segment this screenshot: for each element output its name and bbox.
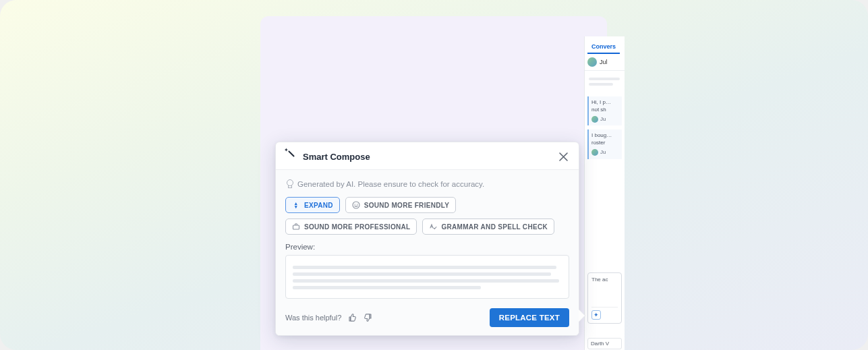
- conversation-user-row[interactable]: Jul: [585, 54, 625, 71]
- spellcheck-icon: [429, 223, 437, 231]
- user-footer-chip[interactable]: Darth V: [587, 338, 622, 349]
- smart-compose-popover: Smart Compose Generated by AI. Please en…: [275, 142, 579, 336]
- skeleton-line: [293, 286, 481, 289]
- conversation-message[interactable]: I boug… roster Ju: [587, 129, 622, 158]
- replace-text-button[interactable]: REPLACE TEXT: [490, 308, 569, 327]
- chip-label: SOUND MORE FRIENDLY: [364, 202, 449, 209]
- wand-icon: [285, 151, 296, 162]
- popover-body: Generated by AI. Please ensure to check …: [276, 170, 579, 335]
- avatar: [591, 149, 598, 156]
- helpful-prompt: Was this helpful?: [285, 312, 374, 323]
- helpful-text: Was this helpful?: [285, 314, 341, 322]
- chip-expand[interactable]: ▴▾ EXPAND: [285, 197, 340, 213]
- chip-professional[interactable]: SOUND MORE PROFESSIONAL: [285, 218, 417, 235]
- app-window: Convers Jul Hi, I p… not sh Ju I boug… r…: [260, 16, 607, 350]
- popover-footer: Was this helpful? REPLACE TEXT: [285, 308, 569, 327]
- lightbulb-icon: [285, 179, 293, 189]
- skeleton-line: [293, 266, 556, 269]
- chip-label: GRAMMAR AND SPELL CHECK: [441, 223, 547, 231]
- chip-friendly[interactable]: SOUND MORE FRIENDLY: [345, 197, 456, 213]
- tab-conversation[interactable]: Convers: [587, 39, 620, 54]
- chip-label: SOUND MORE PROFESSIONAL: [304, 223, 410, 231]
- chip-grammar[interactable]: GRAMMAR AND SPELL CHECK: [422, 218, 554, 235]
- close-icon: [559, 152, 568, 161]
- skeleton-line: [293, 272, 551, 276]
- thumbs-down-icon: [364, 313, 373, 322]
- reply-input-text: The ac: [591, 276, 608, 283]
- message-from: Ju: [600, 116, 606, 123]
- thumbs-up-button[interactable]: [347, 312, 357, 323]
- message-text: I boug… roster: [591, 132, 619, 147]
- popover-header: Smart Compose: [276, 142, 579, 170]
- preview-box: [285, 255, 569, 299]
- ai-info-text: Generated by AI. Please ensure to check …: [297, 180, 484, 188]
- svg-point-2: [357, 204, 357, 204]
- preview-label: Preview:: [285, 243, 569, 251]
- tone-chips: ▴▾ EXPAND SOUND MORE FRIENDLY: [285, 197, 569, 235]
- svg-point-0: [353, 202, 359, 208]
- conversation-panel: Convers Jul Hi, I p… not sh Ju I boug… r…: [584, 36, 625, 350]
- svg-rect-3: [293, 225, 299, 229]
- smile-icon: [352, 201, 360, 209]
- thumbs-up-icon: [347, 313, 357, 322]
- gradient-stage: Convers Jul Hi, I p… not sh Ju I boug… r…: [0, 0, 868, 350]
- close-button[interactable]: [557, 150, 569, 163]
- ai-compose-icon[interactable]: ✦: [591, 310, 601, 320]
- popover-title: Smart Compose: [303, 152, 370, 162]
- ai-info: Generated by AI. Please ensure to check …: [285, 179, 569, 189]
- svg-point-1: [354, 204, 355, 204]
- message-text: Hi, I p… not sh: [591, 99, 619, 114]
- briefcase-icon: [292, 223, 300, 231]
- expand-icon: ▴▾: [292, 201, 300, 209]
- conversation-skeleton: [585, 71, 625, 92]
- conversation-user-name: Jul: [600, 59, 608, 65]
- avatar: [587, 57, 597, 67]
- thumbs-down-button[interactable]: [363, 312, 374, 323]
- message-from: Ju: [600, 149, 606, 156]
- reply-input[interactable]: The ac ✦: [587, 272, 622, 324]
- conversation-message[interactable]: Hi, I p… not sh Ju: [587, 96, 622, 125]
- chip-label: EXPAND: [304, 202, 333, 209]
- avatar: [591, 116, 598, 123]
- skeleton-line: [293, 279, 559, 283]
- user-footer-name: Darth V: [591, 341, 609, 347]
